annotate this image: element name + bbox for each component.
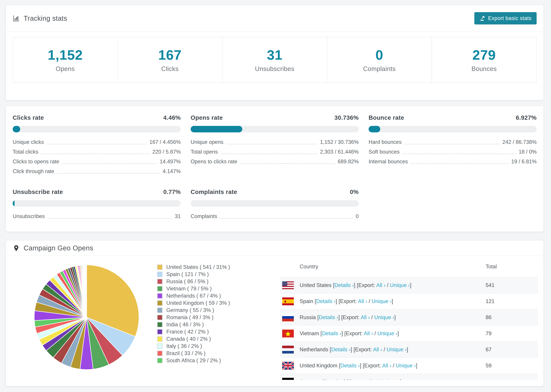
rate-row: Hard bounces242 / 86.738%	[369, 136, 537, 146]
rate-row-value: 4.147%	[163, 168, 181, 175]
legend-swatch	[157, 315, 162, 320]
rate-title: Unsubscribe rate	[13, 189, 63, 195]
rate-title-row: Bounce rate6.927%	[369, 114, 537, 121]
rate-row: Opens to clicks rate689.82%	[191, 155, 359, 165]
stat-value: 279	[473, 47, 496, 63]
bracket-text: [	[339, 363, 340, 369]
details-link[interactable]: Details ›	[340, 363, 360, 369]
rate-progress-fill	[369, 126, 380, 132]
export-unique-link[interactable]: Unique ›	[380, 379, 400, 380]
legend-label: Germany ( 55 / 3% )	[166, 307, 214, 313]
export-unique-link[interactable]: Unique ›	[396, 363, 416, 369]
dotted-leader	[410, 163, 509, 164]
rate-row: Unique clicks167 / 4.456%	[13, 136, 181, 146]
bracket-text: ]	[397, 330, 399, 336]
rate-row-label: Internal bounces	[369, 159, 408, 165]
legend-item-india: India ( 46 / 3% )	[157, 321, 230, 328]
bracket-text: [	[317, 314, 319, 320]
rate-rows: Unique opens1,152 / 30.736%Total opens2,…	[191, 136, 359, 165]
export-all-link[interactable]: All ›	[358, 298, 367, 304]
geo-table: Country Total United States [Details ›] …	[280, 256, 538, 380]
export-unique-link[interactable]: Unique ›	[377, 330, 397, 336]
rate-progressbar	[13, 126, 181, 132]
details-link[interactable]: Details ›	[334, 282, 354, 288]
page-title: Tracking stats	[24, 14, 67, 22]
dotted-leader	[404, 144, 500, 144]
flag-nl	[282, 346, 294, 354]
legend-label: South Africa ( 29 / 2% )	[166, 357, 221, 364]
dotted-leader	[226, 144, 317, 144]
bracket-text: /	[370, 314, 374, 320]
rate-section-unsubscribe-rate: Unsubscribe rate0.77%Unsubscribes31	[13, 189, 181, 220]
details-link[interactable]: Details ›	[316, 298, 336, 304]
dotted-leader	[240, 163, 335, 164]
dotted-leader	[62, 163, 157, 164]
total-cell: 59	[486, 363, 491, 369]
export-all-link[interactable]: All ›	[361, 314, 370, 320]
country-cell: Vietnam [Details ›] [Export: All › / Uni…	[300, 330, 486, 336]
map-pin-icon	[13, 245, 20, 252]
export-all-link[interactable]: All ›	[364, 330, 373, 336]
legend-swatch	[157, 279, 162, 284]
table-row-gb: United Kingdom [Details ›] [Export: All …	[280, 357, 538, 373]
flag-de	[282, 378, 294, 380]
details-link[interactable]: Details ›	[322, 330, 341, 336]
rate-percent: 4.46%	[163, 114, 181, 121]
legend-label: Vietnam ( 79 / 5% )	[166, 286, 212, 292]
rate-row-label: Hard bounces	[369, 139, 402, 146]
stat-cell-opens: 1,152Opens	[13, 37, 117, 83]
rate-row: Complaints0	[191, 210, 359, 220]
export-basic-stats-button[interactable]: Export basic stats	[474, 12, 537, 24]
rate-section-complaints-rate: Complaints rate0%Complaints0	[191, 189, 359, 220]
bracket-text: /	[367, 298, 372, 304]
total-cell: 67	[486, 347, 491, 353]
rate-row-value: 242 / 86.738%	[502, 139, 537, 146]
details-link[interactable]: Details ›	[325, 379, 344, 380]
export-unique-link[interactable]: Unique ›	[374, 314, 394, 320]
legend-swatch	[157, 308, 162, 313]
export-all-link[interactable]: All ›	[382, 363, 391, 369]
rate-row: Unique opens1,152 / 30.736%	[191, 136, 359, 146]
rate-title: Clicks rate	[13, 114, 44, 121]
legend-swatch	[157, 351, 162, 356]
total-cell: 121	[486, 298, 494, 304]
export-all-link[interactable]: All ›	[376, 282, 385, 288]
legend-item-italy: Italy ( 36 / 2% )	[157, 343, 230, 350]
total-cell: 86	[486, 314, 491, 321]
export-unique-link[interactable]: Unique ›	[372, 298, 391, 304]
export-all-link[interactable]: All ›	[366, 379, 375, 380]
dotted-leader	[402, 154, 516, 154]
country-cell: Russia [Details ›] [Export: All › / Uniq…	[300, 314, 486, 321]
legend-item-canada: Canada ( 40 / 2% )	[157, 335, 230, 343]
rate-row-value: 167 / 4.456%	[149, 139, 181, 146]
export-button-label: Export basic stats	[488, 15, 531, 21]
rate-rows: Unique clicks167 / 4.456%Total clicks220…	[13, 136, 181, 175]
export-all-link[interactable]: All ›	[373, 347, 382, 352]
legend-label: Romania ( 49 / 3% )	[166, 314, 213, 321]
rate-row-label: Unique clicks	[13, 139, 44, 146]
rate-title-row: Opens rate30.736%	[191, 114, 359, 121]
bracket-text: ] [Export:	[354, 282, 376, 288]
country-name: Spain	[300, 298, 315, 304]
flag-ru	[282, 314, 294, 321]
bracket-text: ]	[416, 363, 417, 369]
rate-row: Internal bounces19 / 6.81%	[369, 155, 537, 165]
export-unique-link[interactable]: Unique ›	[390, 282, 410, 288]
legend-item-russia: Russia ( 86 / 5% )	[157, 278, 230, 285]
dotted-leader	[48, 218, 172, 219]
rate-row-value: 19 / 6.81%	[511, 159, 537, 165]
country-name: Germany	[300, 379, 323, 380]
country-cell: United States [Details ›] [Export: All ›…	[300, 282, 486, 288]
legend-swatch	[157, 272, 162, 277]
rate-title: Opens rate	[191, 114, 223, 121]
rate-row-label: Opens to clicks rate	[191, 159, 237, 165]
legend-item-united-states: United States ( 541 / 31% )	[157, 264, 230, 271]
stat-value: 1,152	[48, 47, 83, 63]
geo-title-wrap: Campaign Geo Opens	[13, 244, 93, 252]
bracket-text: ] [Export:	[336, 298, 358, 304]
details-link[interactable]: Details ›	[319, 314, 338, 320]
legend-label: India ( 46 / 3% )	[166, 322, 204, 328]
export-unique-link[interactable]: Unique ›	[387, 347, 407, 352]
stat-label: Complaints	[363, 65, 396, 72]
details-link[interactable]: Details ›	[331, 347, 351, 352]
